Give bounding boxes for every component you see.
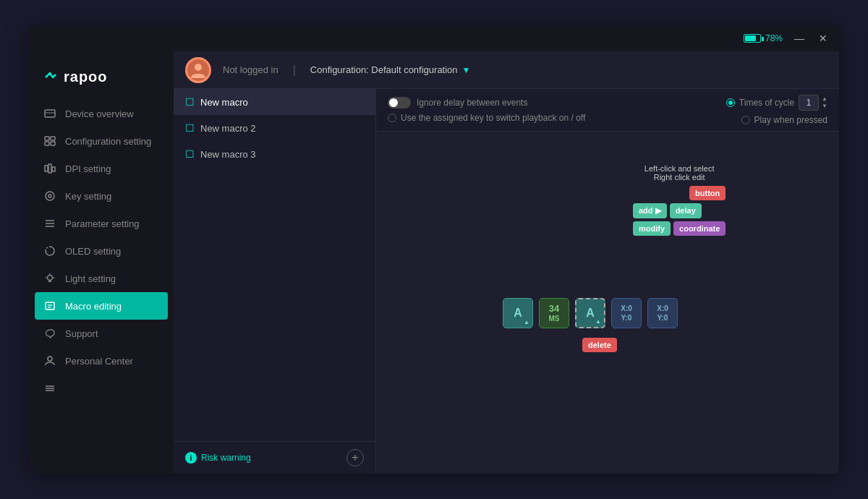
sidebar-item-macro-editing[interactable]: Macro editing	[35, 292, 168, 320]
header-user-label: Not logged in	[223, 64, 278, 75]
cycle-count-input: 1 ▲ ▼	[799, 95, 827, 111]
macro-item-0[interactable]: ☐ New macro	[174, 89, 375, 115]
configuration-icon	[43, 135, 56, 148]
macro-node-2[interactable]: A ▲	[575, 298, 605, 328]
content-body: ☐ New macro ☐ New macro 2 ☐ New macro 3	[174, 89, 839, 474]
node-coord-y-3: Y:0	[621, 313, 632, 323]
sidebar-label-parameter: Parameter setting	[65, 218, 140, 229]
macro-file-icon-0: ☐	[185, 96, 195, 108]
macro-file-icon-1: ☐	[185, 122, 195, 134]
macro-node-0[interactable]: A ▲	[503, 298, 533, 328]
title-bar: 78% — ✕	[29, 25, 839, 51]
macro-icon	[43, 299, 56, 312]
sidebar-label-light: Light setting	[65, 273, 116, 284]
times-cycle-radio[interactable]	[726, 98, 735, 107]
logo-label: rapoo	[64, 69, 108, 85]
svg-rect-2	[45, 137, 49, 140]
macro-node-3[interactable]: X:0 Y:0	[611, 298, 642, 328]
node-label-ms: 34	[549, 303, 559, 315]
svg-rect-0	[45, 110, 55, 117]
close-button[interactable]: ✕	[816, 31, 830, 46]
ctx-row-modify-coord: modify coordinate	[633, 221, 726, 236]
more-icon	[43, 382, 56, 395]
ctx-modify-btn[interactable]: modify	[633, 221, 671, 236]
sidebar-label-configuration: Configuration setting	[65, 136, 151, 147]
toggle-knob	[389, 98, 398, 107]
dpi-icon	[43, 162, 56, 175]
sidebar-label-device-overview: Device overview	[65, 108, 134, 119]
ctx-coordinate-btn[interactable]: coordinate	[673, 221, 726, 236]
svg-rect-8	[52, 167, 55, 171]
sidebar-item-key-setting[interactable]: Key setting	[29, 182, 174, 210]
main-content: rapoo Device overview Configuration sett…	[29, 51, 839, 474]
sidebar-label-personal: Personal Center	[65, 356, 133, 367]
play-when-pressed-group: Play when pressed	[741, 115, 827, 125]
sidebar-item-parameter-setting[interactable]: Parameter setting	[29, 210, 174, 237]
header: Not logged in | Configuration: Default c…	[174, 51, 839, 89]
play-pressed-radio[interactable]	[741, 116, 750, 124]
svg-rect-6	[45, 166, 48, 171]
sidebar-item-dpi-setting[interactable]: DPI setting	[29, 155, 174, 182]
add-macro-button[interactable]: +	[346, 449, 364, 466]
node-coord-x-4: X:0	[657, 304, 668, 313]
macro-footer: i Risk warning +	[174, 441, 375, 474]
sidebar-item-configuration-setting[interactable]: Configuration setting	[29, 127, 174, 155]
ctx-delete-btn[interactable]: delete	[582, 338, 617, 352]
logo: rapoo	[29, 57, 174, 100]
sidebar-label-macro: Macro editing	[65, 301, 122, 312]
node-label-0: A	[514, 307, 522, 320]
ctx-button-btn[interactable]: button	[689, 186, 726, 200]
assigned-key-group: Use the assigned key to switch playback …	[388, 113, 585, 123]
svg-rect-3	[51, 137, 55, 140]
ignore-delay-toggle[interactable]	[388, 97, 411, 108]
svg-point-9	[46, 192, 54, 200]
sidebar-item-light-setting[interactable]: Light setting	[29, 265, 174, 292]
times-of-cycle-group: Times of cycle 1 ▲ ▼	[726, 95, 827, 111]
assigned-key-radio[interactable]	[388, 114, 396, 122]
canvas-area: Left-click and select Right click edit b…	[376, 132, 839, 474]
svg-point-22	[48, 357, 52, 361]
header-separator: |	[293, 64, 296, 77]
tooltip-line1: Left-click and select	[633, 164, 726, 173]
battery-fill	[745, 35, 756, 41]
config-label: Configuration: Default configuration	[310, 64, 458, 75]
macro-item-1[interactable]: ☐ New macro 2	[174, 115, 375, 141]
ctx-add-btn[interactable]: add ▶	[633, 203, 667, 218]
node-label-ms2: MS	[549, 315, 560, 323]
sidebar-item-personal-center[interactable]: Personal Center	[29, 347, 174, 375]
macro-item-label-0: New macro	[200, 97, 248, 108]
sidebar-item-device-overview[interactable]: Device overview	[29, 100, 174, 127]
context-tooltip: Left-click and select Right click edit b…	[633, 164, 726, 236]
node-label-2: A	[586, 307, 595, 320]
macro-item-2[interactable]: ☐ New macro 3	[174, 141, 375, 167]
sidebar: rapoo Device overview Configuration sett…	[29, 51, 174, 474]
content-area: Not logged in | Configuration: Default c…	[174, 51, 839, 474]
macro-item-label-1: New macro 2	[200, 123, 256, 134]
sidebar-label-key: Key setting	[65, 191, 111, 202]
light-icon	[43, 272, 56, 285]
ignore-delay-label: Ignore delay between events	[417, 98, 527, 108]
risk-warning: i Risk warning	[185, 452, 251, 464]
config-selector[interactable]: Configuration: Default configuration ▼	[310, 64, 471, 75]
sidebar-label-oled: OLED setting	[65, 246, 121, 257]
ignore-delay-group: Ignore delay between events	[388, 97, 585, 108]
battery-status: 78%	[744, 33, 783, 43]
risk-warning-label: Risk warning	[201, 453, 251, 463]
cycle-spinners: ▲ ▼	[822, 96, 827, 109]
macro-toolbar: Ignore delay between events Use the assi…	[376, 89, 839, 132]
macro-node-4[interactable]: X:0 Y:0	[647, 298, 678, 328]
minimize-button[interactable]: —	[791, 31, 807, 46]
svg-rect-5	[51, 142, 55, 145]
macro-node-1[interactable]: 34 MS	[539, 298, 569, 328]
avatar	[185, 57, 211, 83]
cycle-increment[interactable]: ▲	[822, 96, 827, 102]
svg-rect-4	[45, 142, 49, 145]
sidebar-item-support[interactable]: Support	[29, 320, 174, 347]
ctx-delay-btn[interactable]: delay	[670, 203, 702, 218]
sidebar-label-support: Support	[65, 328, 98, 339]
cycle-decrement[interactable]: ▼	[822, 103, 827, 109]
logo-text: rapoo	[43, 69, 108, 85]
times-cycle-label: Times of cycle	[739, 98, 794, 108]
sidebar-item-oled-setting[interactable]: OLED setting	[29, 237, 174, 265]
sidebar-item-more[interactable]	[29, 375, 174, 402]
